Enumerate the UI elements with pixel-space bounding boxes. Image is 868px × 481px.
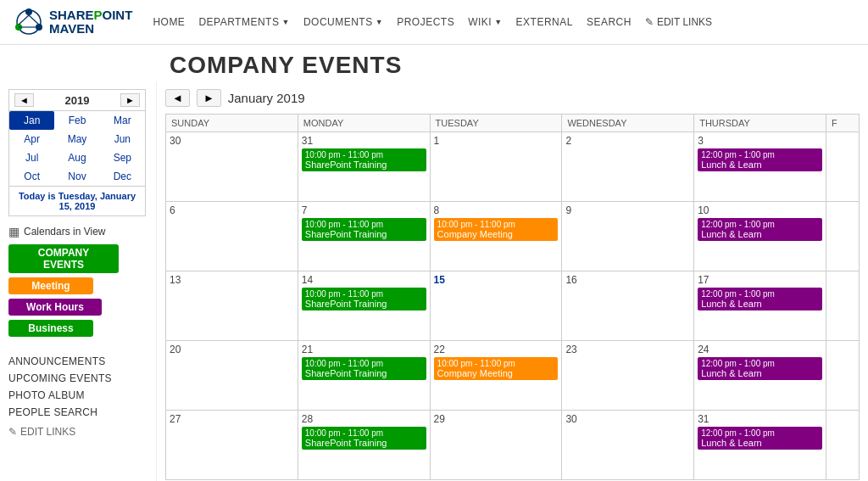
nav-external[interactable]: EXTERNAL <box>516 16 573 28</box>
calendar-event[interactable]: 10:00 pm - 11:00 pmCompany Meeting <box>434 218 559 241</box>
table-row: 29 <box>430 411 562 480</box>
day-number: 16 <box>565 274 690 286</box>
table-row: 13 <box>166 271 298 341</box>
month-mar[interactable]: Mar <box>100 111 145 130</box>
cal-badge-business[interactable]: Business <box>8 320 93 337</box>
table-row: 27 <box>166 411 298 480</box>
calendar-event[interactable]: 10:00 pm - 11:00 pmSharePoint Training <box>302 357 426 380</box>
mini-cal-prev[interactable]: ◄ <box>14 93 34 107</box>
day-number: 10 <box>698 204 822 216</box>
table-row: 1012:00 pm - 1:00 pmLunch & Learn <box>694 202 826 271</box>
calendar-event[interactable]: 12:00 pm - 1:00 pmLunch & Learn <box>698 357 822 380</box>
sidebar-edit-links[interactable]: ✎ EDIT LINKS <box>8 426 147 438</box>
day-number: 31 <box>302 135 426 147</box>
table-row: 2412:00 pm - 1:00 pmLunch & Learn <box>694 341 826 411</box>
nav-departments[interactable]: DEPARTMENTS ▼ <box>198 16 290 28</box>
table-row: 6 <box>166 202 298 271</box>
calendar-event[interactable]: 12:00 pm - 1:00 pmLunch & Learn <box>698 288 822 310</box>
nav-home[interactable]: HOME <box>153 16 185 28</box>
month-jan[interactable]: Jan <box>9 111 54 130</box>
logo-icon <box>12 5 46 39</box>
pencil-icon: ✎ <box>645 16 654 28</box>
cal-month-label: January 2019 <box>228 91 305 105</box>
table-row: 30 <box>166 132 298 202</box>
day-number: 22 <box>434 344 559 355</box>
mini-cal-year: 2019 <box>65 94 90 107</box>
wiki-arrow-icon: ▼ <box>494 18 502 26</box>
calendars-section: ▦ Calendars in View COMPANY EVENTS Meeti… <box>8 225 147 341</box>
table-row: 9 <box>562 202 694 271</box>
day-number: 24 <box>698 344 822 355</box>
table-row: 30 <box>562 411 694 480</box>
col-sunday: SUNDAY <box>166 115 298 132</box>
cal-badge-workhours[interactable]: Work Hours <box>8 299 102 316</box>
sidebar-link-upcoming-events[interactable]: UPCOMING EVENTS <box>8 370 147 387</box>
col-friday: F <box>826 115 859 132</box>
day-number: 15 <box>434 274 559 286</box>
day-number: 8 <box>434 204 559 216</box>
col-tuesday: TUESDAY <box>430 115 562 132</box>
logo-text: SHAREPOINT MAVEN <box>49 8 132 36</box>
month-jun[interactable]: Jun <box>100 130 145 148</box>
calendar-event[interactable]: 10:00 pm - 11:00 pmSharePoint Training <box>302 427 426 450</box>
svg-line-4 <box>19 15 29 25</box>
table-row <box>826 341 859 411</box>
day-number: 2 <box>565 135 690 147</box>
month-jul[interactable]: Jul <box>9 148 54 167</box>
table-row: 16 <box>562 271 694 341</box>
documents-arrow-icon: ▼ <box>376 18 383 26</box>
calendar-grid: SUNDAY MONDAY TUESDAY WEDNESDAY THURSDAY… <box>165 114 860 480</box>
month-nov[interactable]: Nov <box>54 167 99 186</box>
calendar-event[interactable]: 10:00 pm - 11:00 pmSharePoint Training <box>302 148 426 171</box>
table-row: 1712:00 pm - 1:00 pmLunch & Learn <box>694 271 826 341</box>
sidebar-link-photo-album[interactable]: PHOTO ALBUM <box>8 387 147 404</box>
svg-point-1 <box>25 8 32 15</box>
nav-documents[interactable]: DOCUMENTS ▼ <box>303 16 383 28</box>
nav-projects[interactable]: PROJECTS <box>397 16 454 28</box>
calendar-event[interactable]: 10:00 pm - 11:00 pmSharePoint Training <box>302 218 426 241</box>
table-row: 1410:00 pm - 11:00 pmSharePoint Training <box>298 271 430 341</box>
month-may[interactable]: May <box>54 130 99 148</box>
nav-search[interactable]: SEARCH <box>587 16 632 28</box>
cal-badge-meeting[interactable]: Meeting <box>8 277 93 294</box>
col-wednesday: WEDNESDAY <box>562 115 694 132</box>
table-row <box>826 411 859 480</box>
pencil-sidebar-icon: ✎ <box>8 426 17 438</box>
calendar-event[interactable]: 10:00 pm - 11:00 pmSharePoint Training <box>302 288 426 310</box>
calendar-main: ◄ ► January 2019 SUNDAY MONDAY TUESDAY W… <box>157 82 868 481</box>
calendar-event[interactable]: 10:00 pm - 11:00 pmCompany Meeting <box>434 357 559 380</box>
day-number: 27 <box>170 413 294 425</box>
mini-cal-next[interactable]: ► <box>120 93 140 107</box>
sidebar-link-people-search[interactable]: PEOPLE SEARCH <box>8 404 147 421</box>
nav-edit-links[interactable]: ✎ EDIT LINKS <box>645 16 712 28</box>
day-number: 21 <box>302 344 426 355</box>
calendar-event[interactable]: 12:00 pm - 1:00 pmLunch & Learn <box>698 218 822 241</box>
cal-badge-company[interactable]: COMPANY EVENTS <box>8 244 119 273</box>
day-number: 30 <box>565 413 690 425</box>
month-dec[interactable]: Dec <box>100 167 145 186</box>
month-apr[interactable]: Apr <box>9 130 54 148</box>
day-number: 3 <box>698 135 822 147</box>
day-number: 1 <box>434 135 559 147</box>
day-number: 31 <box>698 413 822 425</box>
day-number: 14 <box>302 274 426 286</box>
day-number: 17 <box>698 274 822 286</box>
calendar-event[interactable]: 12:00 pm - 1:00 pmLunch & Learn <box>698 427 822 450</box>
table-row <box>826 202 859 271</box>
sidebar-link-announcements[interactable]: ANNOUNCEMENTS <box>8 353 147 370</box>
month-feb[interactable]: Feb <box>54 111 99 130</box>
table-row: 2210:00 pm - 11:00 pmCompany Meeting <box>430 341 562 411</box>
mini-cal-months: Jan Feb Mar Apr May Jun Jul Aug Sep Oct … <box>9 111 145 186</box>
cal-next-btn[interactable]: ► <box>197 89 221 107</box>
month-aug[interactable]: Aug <box>54 148 99 167</box>
cal-prev-btn[interactable]: ◄ <box>165 89 190 107</box>
month-oct[interactable]: Oct <box>9 167 54 186</box>
table-row: 2 <box>562 132 694 202</box>
sidebar: ◄ 2019 ► Jan Feb Mar Apr May Jun Jul Aug… <box>0 82 157 481</box>
calendar-event[interactable]: 12:00 pm - 1:00 pmLunch & Learn <box>698 148 822 171</box>
table-row: 312:00 pm - 1:00 pmLunch & Learn <box>694 132 826 202</box>
day-number: 20 <box>170 344 294 355</box>
nav-wiki[interactable]: WIKI ▼ <box>468 16 502 28</box>
page-title: COMPANY EVENTS <box>170 52 858 79</box>
month-sep[interactable]: Sep <box>100 148 145 167</box>
